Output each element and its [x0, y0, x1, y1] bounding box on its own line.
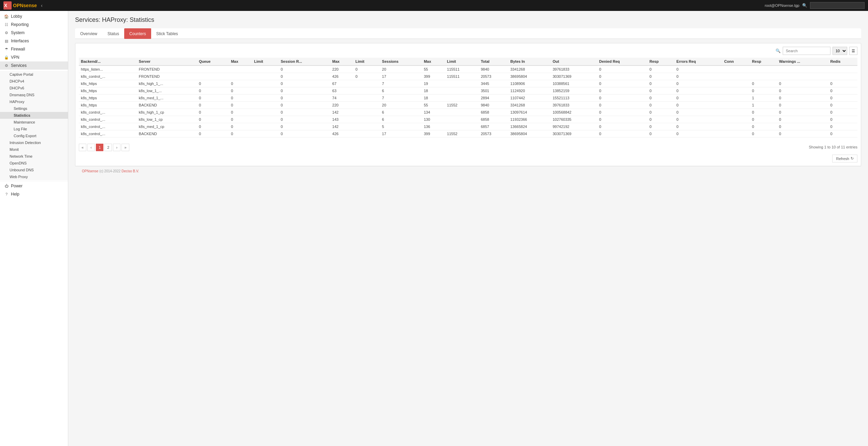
table-cell: k8s_control_...	[79, 73, 137, 80]
table-cell: 0	[353, 73, 380, 80]
col-bytes-in[interactable]: Bytes In	[508, 58, 551, 66]
sidebar-sub-settings[interactable]: Settings	[0, 105, 68, 112]
page-1-button[interactable]: 1	[96, 144, 103, 151]
table-cell: 15521113	[551, 95, 597, 102]
sidebar-item-reporting[interactable]: ☷ Reporting	[0, 20, 68, 29]
table-cell: 100568842	[551, 109, 597, 116]
refresh-button[interactable]: Refresh ↻	[832, 155, 857, 162]
col-queue-max[interactable]: Max	[229, 58, 252, 66]
page-2-button[interactable]: 2	[104, 144, 112, 151]
sidebar-item-services[interactable]: ⚙ Services	[0, 61, 68, 70]
col-sess-limit[interactable]: Limit	[445, 58, 479, 66]
table-cell: 0	[597, 130, 647, 138]
table-cell: 0	[750, 87, 777, 95]
table-row: k8s_control_...k8s_high_1_cp000142613468…	[79, 109, 857, 116]
sidebar-item-lobby[interactable]: 🏠 Lobby	[0, 12, 68, 20]
footer-company-link[interactable]: Deciso B.V.	[121, 169, 139, 173]
tab-counters[interactable]: Counters	[124, 28, 151, 39]
sidebar-item-firewall[interactable]: ☂ Firewall	[0, 45, 68, 53]
sidebar-sub-captive-portal[interactable]: Captive Portal	[0, 71, 68, 78]
topbar-search-input[interactable]	[810, 2, 865, 9]
table-cell	[252, 130, 279, 138]
tab-stick-tables[interactable]: Stick Tables	[151, 28, 183, 39]
table-search-input[interactable]	[783, 47, 830, 55]
page-prev-button[interactable]: ‹	[87, 144, 95, 151]
table-cell	[722, 95, 750, 102]
col-queue-limit[interactable]: Limit	[252, 58, 279, 66]
col-denied-req[interactable]: Denied Req	[597, 58, 647, 66]
maintenance-label: Maintenance	[14, 120, 35, 124]
table-row: k8s_control_...FRONTEND04260173991155112…	[79, 73, 857, 80]
statistics-table: Backend/... Server Queue Max Limit Sessi…	[79, 58, 857, 138]
page-next-button[interactable]: ›	[113, 144, 120, 151]
table-cell	[353, 109, 380, 116]
sidebar-sub-haproxy[interactable]: HAProxy	[0, 98, 68, 105]
sidebar-item-power[interactable]: ⏻ Power	[0, 182, 68, 190]
sidebar-sub-intrusion-detection[interactable]: Intrusion Detection	[0, 139, 68, 146]
footer-opnsense-link[interactable]: OPNsense	[82, 169, 98, 173]
sidebar-sub-dhcpv4[interactable]: DHCPv4	[0, 78, 68, 85]
table-cell	[197, 73, 229, 80]
tab-status[interactable]: Status	[102, 28, 124, 39]
col-sessions[interactable]: Sessions	[380, 58, 422, 66]
table-cell: 0	[777, 130, 828, 138]
table-cell: 0	[750, 80, 777, 87]
sidebar-sub-log-file[interactable]: Log File	[0, 126, 68, 132]
col-denied-resp[interactable]: Resp	[647, 58, 674, 66]
table-cell: k8s_high_1_...	[137, 80, 197, 87]
tab-overview[interactable]: Overview	[75, 28, 102, 39]
sidebar-sub-dhcpv6[interactable]: DHCPv6	[0, 85, 68, 91]
col-sr-limit[interactable]: Limit	[353, 58, 380, 66]
firewall-icon: ☂	[4, 47, 9, 52]
table-cell: 0	[675, 73, 722, 80]
table-cell: 0	[828, 109, 857, 116]
page-first-button[interactable]: «	[79, 144, 86, 151]
table-cell: k8s_med_1_...	[137, 95, 197, 102]
sidebar-sub-dnsmasq[interactable]: Dnsmasq DNS	[0, 91, 68, 98]
col-resp[interactable]: Resp	[750, 58, 777, 66]
sidebar-sub-unbound-dns[interactable]: Unbound DNS	[0, 167, 68, 173]
col-sess-max[interactable]: Max	[422, 58, 445, 66]
sidebar-sub-statistics[interactable]: Statistics	[0, 112, 68, 119]
sidebar-sub-maintenance[interactable]: Maintenance	[0, 119, 68, 126]
sidebar-sub-web-proxy[interactable]: Web Proxy	[0, 173, 68, 180]
table-cell	[353, 87, 380, 95]
table-cell: FRONTEND	[137, 73, 197, 80]
col-session-rate[interactable]: Session R...	[279, 58, 330, 66]
table-cell: 0	[229, 87, 252, 95]
table-cell: 17	[380, 73, 422, 80]
sidebar-sub-monit[interactable]: Monit	[0, 146, 68, 153]
per-page-select[interactable]: 10 25 50	[833, 47, 847, 55]
sidebar-item-vpn[interactable]: 🔒 VPN	[0, 53, 68, 61]
col-warnings[interactable]: Warnings ...	[777, 58, 828, 66]
page-last-button[interactable]: »	[121, 144, 129, 151]
table-cell: 0	[675, 87, 722, 95]
col-conn[interactable]: Conn	[722, 58, 750, 66]
col-server[interactable]: Server	[137, 58, 197, 66]
col-redis[interactable]: Redis	[828, 58, 857, 66]
sidebar-item-help[interactable]: ? Help	[0, 190, 68, 198]
topbar-left: X OPNsense ‹	[3, 1, 44, 10]
table-cell	[750, 73, 777, 80]
col-errors-req[interactable]: Errors Req	[675, 58, 722, 66]
table-cell: 0	[647, 73, 674, 80]
table-cell: 13665824	[508, 123, 551, 130]
sidebar-sub-network-time[interactable]: Network Time	[0, 153, 68, 160]
col-backend[interactable]: Backend/...	[79, 58, 137, 66]
col-sr-max[interactable]: Max	[330, 58, 353, 66]
sidebar-collapse-button[interactable]: ‹	[40, 3, 44, 8]
sidebar-main-items: 🏠 Lobby ☷ Reporting ⚙ System ▤ In	[0, 11, 68, 71]
col-out[interactable]: Out	[551, 58, 597, 66]
table-row: k8s_httpsk8s_low_1_...000636183501112492…	[79, 87, 857, 95]
col-total[interactable]: Total	[479, 58, 508, 66]
sidebar-item-interfaces[interactable]: ▤ Interfaces	[0, 37, 68, 45]
column-toggle-button[interactable]: ☰	[849, 47, 857, 55]
sidebar-sub-config-export[interactable]: Config Export	[0, 132, 68, 139]
sidebar-sub-opendns[interactable]: OpenDNS	[0, 160, 68, 167]
sidebar-item-system[interactable]: ⚙ System	[0, 29, 68, 37]
table-cell: 2894	[479, 95, 508, 102]
col-queue[interactable]: Queue	[197, 58, 229, 66]
table-cell: 0	[750, 123, 777, 130]
opendns-label: OpenDNS	[10, 161, 27, 165]
table-cell: 0	[197, 116, 229, 123]
